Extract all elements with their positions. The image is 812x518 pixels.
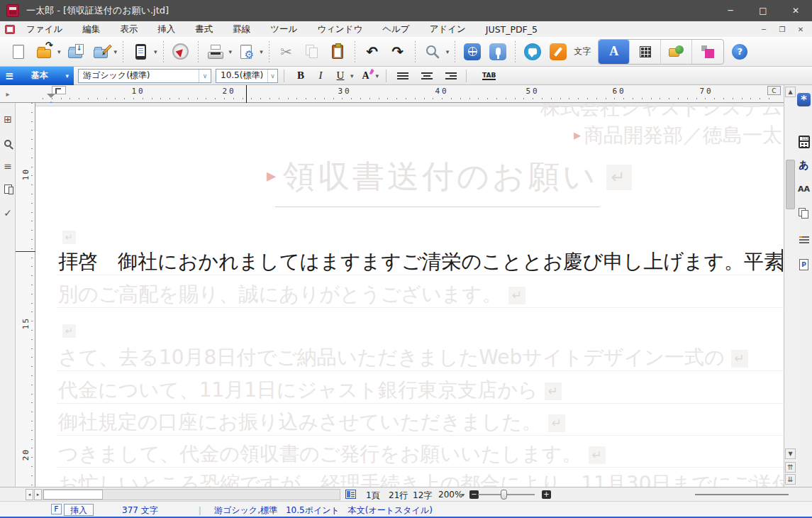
- outline-panel-icon[interactable]: [797, 233, 811, 246]
- menu-item-borders[interactable]: 罫線: [233, 22, 250, 37]
- function-key-button[interactable]: F: [51, 504, 62, 514]
- underline-dropdown-caret[interactable]: ▾: [350, 72, 354, 79]
- bold-button[interactable]: B: [291, 68, 310, 84]
- calculator-icon[interactable]: 112: [797, 135, 811, 148]
- menu-item-window[interactable]: ウィンドウ: [317, 22, 362, 37]
- undo-button[interactable]: ↶: [360, 39, 384, 65]
- menu-item-addin[interactable]: アドイン: [430, 22, 466, 37]
- horizontal-scroll-thumb[interactable]: [43, 490, 103, 500]
- voice-input-button[interactable]: [486, 39, 510, 65]
- view-mode-icon[interactable]: [345, 490, 356, 499]
- align-left-button[interactable]: [394, 68, 412, 84]
- scroll-right-button[interactable]: ▸: [34, 489, 42, 500]
- return-mark-icon: ↵: [508, 287, 525, 304]
- insert-mode-button[interactable]: 挿入: [64, 504, 94, 516]
- menu-item-format[interactable]: 書式: [195, 22, 213, 37]
- font-style-icon[interactable]: AA: [797, 182, 811, 196]
- line-rule: [57, 435, 784, 436]
- copy-button[interactable]: [300, 39, 324, 65]
- viewer-dropdown-caret[interactable]: ▾: [154, 48, 157, 55]
- scroll-left-button[interactable]: ◂: [26, 489, 33, 500]
- menu-item-view[interactable]: 表示: [120, 22, 138, 37]
- document-canvas[interactable]: 株式会社ジャストシステム ▸商品開発部／徳島一太 ▸領収書送付のお願い↵ ↵ 拝…: [35, 103, 784, 487]
- menu-item-tools[interactable]: ツール: [270, 22, 297, 37]
- copy-history-icon[interactable]: [797, 206, 811, 220]
- align-center-button[interactable]: [418, 68, 436, 84]
- web-search-button[interactable]: [460, 39, 484, 65]
- redo-button[interactable]: ↷: [386, 39, 410, 65]
- doc-empty-line: ↵: [62, 317, 76, 341]
- proofread-check-icon[interactable]: ✓: [0, 205, 16, 221]
- pdf-tool-icon[interactable]: P: [797, 258, 811, 271]
- document-icon[interactable]: [5, 25, 15, 34]
- open-dropdown-caret[interactable]: ▾: [57, 48, 61, 55]
- help-button[interactable]: ?: [728, 39, 752, 65]
- print-settings-dropdown-caret[interactable]: ▾: [260, 48, 263, 55]
- text-mode-button[interactable]: A: [599, 40, 630, 64]
- open-file-button[interactable]: ↷: [32, 39, 56, 65]
- menu-item-help[interactable]: ヘルプ: [382, 22, 409, 37]
- outline-list-icon[interactable]: ≡: [0, 158, 16, 174]
- viewer-mode-button[interactable]: [128, 39, 152, 65]
- navigation-button[interactable]: [169, 39, 193, 65]
- text-correction-button[interactable]: [546, 39, 570, 65]
- previous-page-button[interactable]: ⇈: [785, 462, 796, 473]
- scroll-up-button[interactable]: ▲: [785, 87, 796, 97]
- search-sidebar-icon[interactable]: [0, 136, 16, 151]
- zoom-level[interactable]: 200%: [438, 490, 462, 500]
- kana-input-icon[interactable]: あ: [797, 158, 811, 172]
- search-button[interactable]: [421, 39, 445, 65]
- zoom-in-button[interactable]: +: [542, 490, 551, 499]
- horizontal-scrollbar[interactable]: [43, 489, 340, 500]
- new-document-button[interactable]: [6, 39, 30, 65]
- next-page-button[interactable]: ⇊: [785, 474, 796, 485]
- just-systems-icon[interactable]: *: [797, 93, 811, 106]
- cut-button[interactable]: ✂: [274, 39, 299, 65]
- print-dropdown-caret[interactable]: ▾: [229, 48, 233, 55]
- doc-close-button[interactable]: ✕: [795, 26, 806, 33]
- menu-item-edit[interactable]: 編集: [82, 22, 100, 37]
- save-as-button[interactable]: [89, 39, 113, 65]
- close-button[interactable]: ✕: [779, 0, 812, 21]
- font-size-select[interactable]: 10.5(標準) ∨: [216, 69, 278, 83]
- maximize-button[interactable]: □: [747, 0, 779, 21]
- table-mode-button[interactable]: [630, 40, 661, 64]
- menu-item-file[interactable]: ファイル: [26, 22, 62, 37]
- ruler-expand-icon[interactable]: ▸: [2, 88, 13, 99]
- toolbar-separator: [198, 41, 199, 62]
- italic-button[interactable]: I: [311, 68, 330, 84]
- block-select-icon[interactable]: ⊞: [0, 111, 16, 127]
- menu-item-insert[interactable]: 挿入: [157, 22, 175, 37]
- indent-marker[interactable]: [47, 94, 55, 102]
- tab-button[interactable]: TAB: [482, 72, 496, 80]
- paste-button[interactable]: [326, 39, 350, 65]
- doc-restore-button[interactable]: ❐: [777, 26, 788, 33]
- ruler-unit-button[interactable]: C: [767, 86, 781, 95]
- zoom-dropdown-caret[interactable]: ▾: [462, 492, 465, 498]
- font-color-dropdown-caret[interactable]: ▾: [376, 72, 379, 79]
- search-dropdown-caret[interactable]: ▾: [446, 48, 450, 55]
- align-right-button[interactable]: [442, 68, 460, 84]
- comment-tool-button[interactable]: [521, 39, 545, 65]
- vertical-scrollbar[interactable]: ▲ ▼ ⇈ ⇊: [784, 85, 796, 487]
- print-settings-button[interactable]: ⚙: [234, 39, 258, 65]
- page-slider-track[interactable]: [695, 494, 789, 495]
- vertical-scroll-thumb[interactable]: [786, 160, 795, 209]
- menu-item-just-pdf5[interactable]: JUST_PDF_5: [486, 23, 538, 36]
- just-tools-button[interactable]: [692, 40, 723, 64]
- horizontal-ruler[interactable]: ▸ 10 20 30 40 50 60 70 C: [0, 85, 784, 103]
- minimize-button[interactable]: ─: [714, 0, 747, 21]
- scroll-down-button[interactable]: ▼: [785, 448, 796, 459]
- doc-minimize-button[interactable]: ─: [758, 26, 769, 33]
- page-style-icon[interactable]: [0, 181, 16, 197]
- zoom-slider-thumb[interactable]: [501, 490, 507, 500]
- save-as-dropdown-caret[interactable]: ▾: [114, 48, 118, 55]
- style-menu-button[interactable]: ≡ 基本 ▾: [0, 67, 74, 85]
- underline-button[interactable]: U: [331, 68, 350, 84]
- font-name-select[interactable]: 游ゴシック(標準) ∨: [78, 69, 211, 83]
- font-color-button[interactable]: A: [357, 68, 375, 84]
- save-button[interactable]: ↓: [63, 39, 87, 65]
- print-button[interactable]: [204, 39, 228, 65]
- vertical-ruler[interactable]: 10 15 20: [16, 103, 35, 487]
- shape-mode-button[interactable]: [661, 40, 692, 64]
